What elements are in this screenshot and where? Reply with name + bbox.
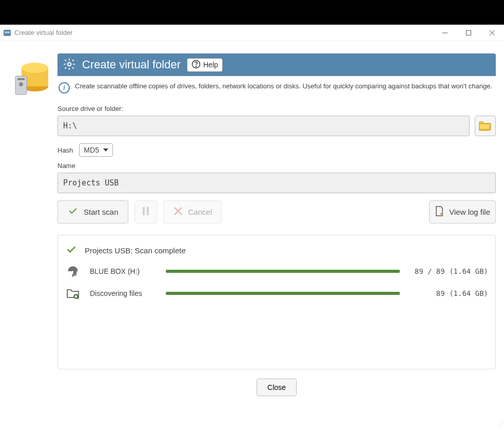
gear-icon [63, 58, 76, 72]
folder-search-icon [65, 287, 81, 300]
svg-point-9 [19, 82, 23, 86]
status-check-icon [65, 245, 77, 256]
svg-point-11 [68, 62, 71, 66]
start-scan-label: Start scan [84, 208, 119, 216]
name-input[interactable] [57, 173, 496, 193]
status-text: Projects USB: Scan complete [85, 246, 186, 255]
check-icon [67, 207, 79, 217]
progress-panel: Projects USB: Scan complete BLUE BOX (H:… [57, 235, 496, 369]
hash-label: Hash [57, 146, 73, 154]
minimize-button[interactable] [433, 25, 457, 41]
dialog-illustration [6, 53, 57, 396]
help-label: Help [203, 61, 218, 69]
dialog-title: Create virtual folder [82, 58, 181, 71]
task-stats: 89 / 89 (1.64 GB) [411, 267, 488, 275]
progress-bar [166, 270, 400, 273]
progress-bar [166, 292, 400, 295]
cancel-button[interactable]: Cancel [163, 200, 222, 223]
close-button[interactable]: Close [257, 379, 297, 396]
svg-line-20 [77, 298, 79, 300]
resize-grip[interactable]: ⋰ [499, 421, 503, 428]
svg-point-7 [22, 63, 48, 73]
browse-folder-button[interactable] [475, 116, 496, 136]
svg-rect-2 [467, 31, 471, 35]
info-banner: i Create scannable offline copies of dri… [57, 76, 496, 101]
pause-button[interactable] [134, 200, 157, 223]
info-text: Create scannable offline copies of drive… [75, 81, 492, 91]
svg-rect-14 [143, 207, 145, 215]
name-label: Name [57, 162, 496, 170]
view-log-label: View log file [449, 208, 490, 216]
window-title: Create virtual folder [14, 29, 72, 36]
source-path-input[interactable] [57, 116, 470, 136]
cancel-label: Cancel [188, 208, 212, 216]
task-label: Discovering files [88, 289, 154, 297]
task-stats: 89 (1.64 GB) [411, 289, 488, 297]
titlebar: Create virtual folder [0, 25, 504, 41]
info-icon: i [59, 82, 70, 94]
browser-chrome-placeholder [0, 0, 504, 25]
close-window-button[interactable] [480, 25, 504, 41]
folder-open-icon [478, 120, 492, 133]
cancel-icon [173, 206, 183, 218]
log-file-icon [435, 206, 444, 218]
hash-select[interactable]: MD5 [79, 143, 113, 157]
view-log-button[interactable]: View log file [429, 200, 496, 223]
help-icon [191, 60, 201, 70]
svg-point-13 [196, 66, 196, 66]
chevron-down-icon [103, 148, 108, 152]
start-scan-button[interactable]: Start scan [57, 200, 128, 223]
task-row: BLUE BOX (H:) 89 / 89 (1.64 GB) [65, 265, 488, 278]
hash-selected-value: MD5 [84, 146, 99, 154]
app-icon [3, 29, 11, 37]
svg-rect-15 [147, 207, 149, 215]
task-row: Discovering files 89 (1.64 GB) [65, 287, 488, 300]
pause-icon [141, 206, 150, 218]
help-button[interactable]: Help [187, 58, 223, 72]
svg-rect-10 [17, 78, 25, 80]
window-controls [433, 25, 504, 41]
fingerprint-icon [65, 265, 81, 278]
dialog-header: Create virtual folder Help [57, 53, 496, 76]
source-label: Source drive or folder: [57, 105, 496, 113]
maximize-button[interactable] [457, 25, 480, 41]
task-label: BLUE BOX (H:) [88, 267, 154, 275]
